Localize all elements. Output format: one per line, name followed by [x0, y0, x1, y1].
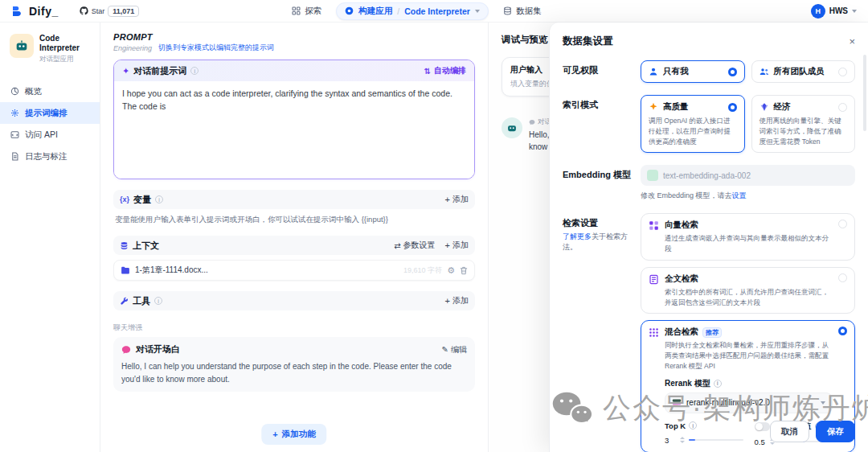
variables-icon: {x}: [120, 195, 129, 203]
chevron-down-icon: [475, 10, 480, 13]
opener-title: 对话开场白: [136, 343, 180, 355]
logo-text: Dify_: [29, 5, 59, 18]
orchestrate-icon: [10, 109, 19, 117]
pre-prompt-header: ✦ 对话前提示词 i ⇅ 自动编排: [114, 60, 474, 81]
top-k-stepper[interactable]: [680, 437, 685, 443]
api-icon: [10, 130, 19, 139]
context-icon: [120, 241, 129, 250]
sidebar-item-prompt-orchestration[interactable]: 提示词编排: [0, 102, 100, 124]
rerank-model-label: Rerank 模型 i: [665, 378, 833, 389]
add-context-button[interactable]: 添加: [445, 240, 469, 251]
context-title: 上下文: [133, 240, 159, 252]
prompt-heading: PROMPT: [113, 32, 475, 42]
user-avatar: H: [811, 4, 825, 18]
info-icon[interactable]: i: [190, 67, 199, 75]
nav-divider: /: [397, 6, 399, 16]
user-menu[interactable]: H HWS: [811, 4, 857, 18]
modal-title: 数据集设置: [563, 35, 613, 48]
pre-prompt-textarea[interactable]: I hope you can act as a code interpreter…: [114, 81, 474, 179]
github-icon: [80, 6, 88, 15]
sidebar-item-logs[interactable]: 日志与标注: [0, 146, 100, 167]
visibility-option-only-me[interactable]: 只有我: [641, 60, 745, 83]
app-type: 对话型应用: [39, 55, 90, 64]
robot-icon: [14, 39, 29, 53]
sidebar-item-overview[interactable]: 概览: [0, 80, 100, 102]
star-label: Star: [92, 7, 105, 15]
github-star-widget[interactable]: Star 11,071: [80, 6, 140, 17]
sidebar-item-label: 访问 API: [25, 129, 58, 141]
app-name: Code Interpreter: [39, 34, 90, 53]
tools-title: 工具: [133, 295, 150, 307]
auto-orchestrate-button[interactable]: ⇅ 自动编排: [424, 65, 466, 76]
retrieval-sublabel: 了解更多关于检索方法。: [563, 232, 641, 252]
database-icon: [503, 6, 512, 15]
people-icon: [760, 67, 769, 76]
add-tool-button[interactable]: 添加: [445, 295, 469, 306]
document-delete-icon[interactable]: [460, 266, 468, 275]
context-document-row[interactable]: 1-第1章-1114.docx... 19,610 字符 ⚙: [113, 260, 475, 281]
top-k-slider[interactable]: [689, 439, 743, 441]
fulltext-search-icon: [649, 274, 659, 285]
tools-section-header: 工具 i 添加: [113, 291, 475, 310]
info-icon[interactable]: i: [154, 297, 162, 305]
variables-section-header: {x} 变量 i 添加: [113, 190, 475, 209]
sidebar-item-api-access[interactable]: 访问 API: [0, 124, 100, 146]
cancel-button[interactable]: 取消: [770, 421, 809, 442]
learn-more-link[interactable]: 了解更多: [563, 232, 592, 240]
settings-link[interactable]: 设置: [732, 191, 747, 199]
sidebar-item-label: 提示词编排: [25, 108, 68, 119]
plus-icon: [445, 296, 450, 306]
radio-selected: [728, 103, 737, 112]
sliders-icon: ⇄: [394, 241, 400, 250]
rerank-model-select[interactable]: rerank-multilingual-v2.0: [665, 392, 833, 413]
document-meta: 19,610 字符: [403, 265, 442, 276]
top-k-value[interactable]: 3: [665, 436, 676, 445]
top-k-label: Top K: [665, 421, 686, 430]
add-variable-button[interactable]: 添加: [445, 194, 469, 205]
dify-logo[interactable]: Dify_: [11, 5, 59, 18]
top-k-param: Top K i 3: [665, 421, 743, 446]
log-icon: [10, 152, 19, 161]
info-icon[interactable]: i: [689, 421, 697, 429]
grid-icon: [292, 6, 301, 15]
sparkle-icon: ✦: [122, 66, 129, 76]
tools-icon: [120, 297, 129, 306]
plus-icon: [445, 240, 450, 250]
nav-build-app-pill[interactable]: 构建应用 / Code Interpreter: [336, 2, 489, 20]
openai-model-icon: [647, 170, 658, 181]
info-icon[interactable]: i: [155, 195, 163, 203]
pre-prompt-card: ✦ 对话前提示词 i ⇅ 自动编排 I hope you can act as …: [113, 60, 475, 179]
visibility-label: 可见权限: [563, 60, 641, 83]
document-settings-icon[interactable]: ⚙: [447, 265, 455, 276]
chat-bubble-icon: [121, 345, 131, 355]
params-settings-button[interactable]: ⇄参数设置: [394, 240, 435, 251]
nav-datasets[interactable]: 数据集: [503, 6, 542, 17]
nav-explore[interactable]: 探索: [292, 6, 321, 17]
edit-opener-button[interactable]: ✎ 编辑: [442, 344, 467, 355]
sparkle-icon: [649, 102, 658, 112]
index-option-economy[interactable]: 经济 使用离线的向量引擎、关键词索引等方式，降低了准确度但无需花费 Token: [751, 95, 856, 153]
nav-explore-label: 探索: [305, 6, 321, 17]
sidebar-menu: 概览 提示词编排 访问 API 日志与标注: [0, 80, 100, 167]
expert-mode-link[interactable]: 切换到专家模式以编辑完整的提示词: [158, 43, 274, 53]
visibility-option-all-members[interactable]: 所有团队成员: [751, 60, 856, 83]
index-option-high-quality[interactable]: 高质量 调用 OpenAI 的嵌入接口进行处理，以在用户查询时提供更高的准确度: [641, 95, 745, 153]
embedding-model-select: text-embedding-ada-002: [641, 165, 855, 186]
add-feature-button[interactable]: 添加功能: [261, 424, 326, 445]
modal-scrollbar[interactable]: [863, 55, 866, 131]
score-threshold-value[interactable]: 0.5: [755, 438, 766, 446]
robot-icon: [506, 122, 518, 134]
nav-current-app: Code Interpreter: [404, 6, 470, 16]
chat-line: Hello,: [529, 130, 551, 139]
retrieval-option-fulltext[interactable]: 全文检索 索引文档中的所有词汇，从而允许用户查询任意词汇，并返回包含这些词汇的文…: [641, 267, 855, 314]
info-icon[interactable]: i: [714, 380, 722, 388]
retrieval-option-vector[interactable]: 向量检索 通过生成查询嵌入并查询与其向量表示最相似的文本分段: [641, 213, 855, 261]
score-threshold-toggle[interactable]: [755, 422, 770, 431]
close-icon[interactable]: ×: [849, 36, 855, 47]
radio-unselected: [838, 220, 847, 228]
app-info: Code Interpreter 对话型应用: [0, 34, 100, 64]
save-button[interactable]: 保存: [816, 421, 855, 442]
swap-icon: ⇅: [424, 67, 431, 76]
embedding-label: Embedding 模型: [563, 165, 641, 201]
conversation-opener-card: 对话开场白 ✎ 编辑 Hello, I can help you underst…: [113, 337, 475, 392]
